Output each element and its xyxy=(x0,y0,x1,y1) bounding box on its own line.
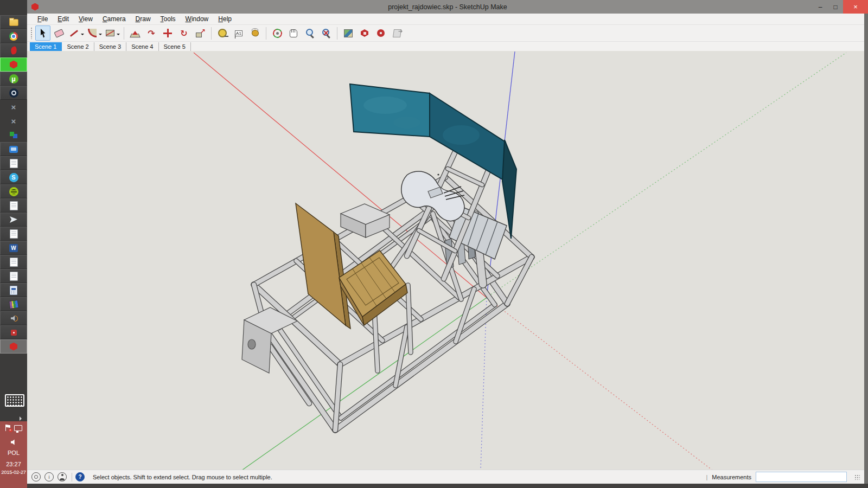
taskbar-sketchup-app[interactable] xyxy=(0,339,27,354)
menu-file[interactable]: File xyxy=(33,15,53,23)
doc-icon xyxy=(10,272,18,281)
taskbar-calculator-app[interactable] xyxy=(0,283,27,297)
taskbar-document-app-4[interactable] xyxy=(0,255,27,269)
menu-help[interactable]: Help xyxy=(213,15,237,23)
taskbar-audio-app[interactable] xyxy=(0,311,27,325)
push-pull-tool-button[interactable] xyxy=(127,25,143,41)
scene-tab-3[interactable]: Scene 3 xyxy=(94,42,126,51)
modeling-viewport[interactable] xyxy=(27,51,864,470)
clock-date[interactable]: 2015-02-27 xyxy=(0,469,27,475)
share-model-tool-button[interactable] xyxy=(390,25,405,41)
menu-tools[interactable]: Tools xyxy=(156,15,181,23)
warehouse-3d-tool-button[interactable] xyxy=(357,25,372,41)
word-icon xyxy=(9,244,18,252)
paint-bucket-tool-button[interactable] xyxy=(247,25,263,41)
taskbar-flight-sim-app[interactable] xyxy=(0,213,27,227)
taskbar-document-app-2[interactable] xyxy=(0,198,27,213)
taskbar-media-player-app[interactable] xyxy=(0,43,27,57)
resize-grip[interactable] xyxy=(854,474,860,480)
utorrent-icon xyxy=(9,74,18,84)
measurements-area: | Measurements xyxy=(706,472,860,482)
zoom-tool-button[interactable] xyxy=(302,25,317,41)
toolbar-separator xyxy=(211,27,212,40)
taskbar-word-app[interactable] xyxy=(0,241,27,255)
taskbar-utorrent-app[interactable] xyxy=(0,72,27,86)
arc-icon xyxy=(86,28,98,39)
green-blue-icon xyxy=(9,130,18,140)
maximize-button[interactable]: □ xyxy=(828,0,843,14)
taskbar-document-app-5[interactable] xyxy=(0,269,27,283)
zoom-extents-tool-button[interactable]: × xyxy=(318,25,334,41)
taskbar-steam-app[interactable] xyxy=(0,86,27,100)
network-icon[interactable] xyxy=(14,425,22,431)
rectangle-dropdown-icon[interactable] xyxy=(117,34,120,37)
taskbar-display-app[interactable] xyxy=(0,142,27,156)
sketchup-window: projekt_rajdowiec.skp - SketchUp Make – … xyxy=(27,0,868,488)
menu-edit[interactable]: Edit xyxy=(53,15,74,23)
volume-icon[interactable] xyxy=(11,439,17,445)
minimize-button[interactable]: – xyxy=(813,0,828,14)
taskbar-media-app-2[interactable] xyxy=(0,325,27,339)
taskbar-spotify-app[interactable] xyxy=(0,184,27,198)
orbit-tool-button[interactable] xyxy=(270,25,285,41)
taskbar-skype-app[interactable] xyxy=(0,170,27,184)
taskbar-document-app-1[interactable] xyxy=(0,156,27,170)
language-indicator[interactable]: POL xyxy=(0,450,27,456)
rectangle-icon xyxy=(104,28,116,39)
taskbar-file-explorer[interactable] xyxy=(0,15,27,29)
extension-warehouse-icon xyxy=(375,28,387,39)
help-icon[interactable]: ? xyxy=(75,472,85,481)
move-tool-button[interactable] xyxy=(160,25,175,41)
line-tool-button[interactable] xyxy=(68,25,85,41)
move-icon xyxy=(162,28,174,39)
pan-icon xyxy=(288,28,299,39)
scale-tool-button[interactable] xyxy=(193,25,208,41)
geolocation-status-icon[interactable] xyxy=(31,472,41,481)
blue-screen-icon xyxy=(9,146,18,153)
arc-dropdown-icon[interactable] xyxy=(99,34,102,37)
taskbar-start-button[interactable] xyxy=(0,0,27,15)
claim-status-icon[interactable]: i xyxy=(44,472,54,481)
scene-tab-4[interactable]: Scene 4 xyxy=(126,42,158,51)
select-tool-button[interactable] xyxy=(35,25,50,41)
menu-window[interactable]: Window xyxy=(181,15,214,23)
doc-icon xyxy=(10,159,18,168)
taskbar-winrar-app[interactable] xyxy=(0,297,27,311)
menu-draw[interactable]: Draw xyxy=(131,15,156,23)
toolbar-grip[interactable] xyxy=(30,27,33,39)
red-player-icon xyxy=(9,46,18,55)
clock-time[interactable]: 23:27 xyxy=(0,461,27,467)
viewport-canvas[interactable] xyxy=(27,51,864,470)
scene-tab-5[interactable]: Scene 5 xyxy=(159,42,191,51)
touch-keyboard-icon[interactable] xyxy=(5,394,24,407)
tray-expand-arrow-icon[interactable] xyxy=(20,416,24,421)
rectangle-tool-button[interactable] xyxy=(104,25,120,41)
text-tool-button[interactable] xyxy=(231,25,246,41)
eraser-tool-button[interactable] xyxy=(52,25,67,41)
scene-tab-1[interactable]: Scene 1 xyxy=(30,42,62,51)
geolocation-tool-button[interactable] xyxy=(341,25,356,41)
taskbar-x-app-2[interactable]: × xyxy=(0,114,27,128)
action-center-flag-icon[interactable]: × xyxy=(5,425,11,431)
extension-warehouse-tool-button[interactable] xyxy=(373,25,388,41)
menu-view[interactable]: View xyxy=(74,15,98,23)
pan-tool-button[interactable] xyxy=(286,25,301,41)
taskbar-components-app[interactable] xyxy=(0,128,27,142)
tape-measure-tool-button[interactable] xyxy=(215,25,230,41)
follow-me-tool-button[interactable] xyxy=(144,25,159,41)
taskbar-document-app-3[interactable] xyxy=(0,227,27,241)
credits-status-icon[interactable] xyxy=(58,472,67,481)
taskbar-x-app-1[interactable]: × xyxy=(0,100,27,114)
close-button[interactable]: × xyxy=(843,0,868,14)
explorer-icon xyxy=(9,17,18,27)
measurements-input[interactable] xyxy=(756,472,847,482)
taskbar-sketchup-notification[interactable] xyxy=(0,57,27,72)
scene-tab-2[interactable]: Scene 2 xyxy=(62,42,94,51)
rotate-tool-button[interactable] xyxy=(176,25,192,41)
geolocation-icon xyxy=(343,28,354,39)
arc-tool-button[interactable] xyxy=(86,25,103,41)
taskbar-chrome-browser[interactable] xyxy=(0,29,27,43)
toolbar-separator xyxy=(337,27,337,40)
line-dropdown-icon[interactable] xyxy=(81,34,84,37)
menu-camera[interactable]: Camera xyxy=(98,15,131,23)
